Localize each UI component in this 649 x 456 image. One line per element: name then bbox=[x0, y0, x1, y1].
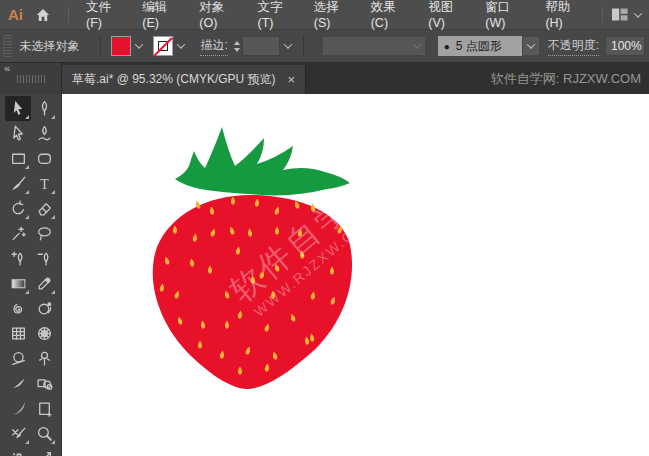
type-tool[interactable]: T bbox=[31, 171, 57, 196]
stroke-color-dropdown[interactable] bbox=[173, 36, 189, 56]
knife-tool-icon bbox=[10, 400, 27, 417]
eraser-tool[interactable] bbox=[31, 196, 57, 221]
rotate-tool-icon bbox=[10, 200, 27, 217]
tool-flyout-icon bbox=[51, 440, 55, 444]
opacity-panel-link[interactable]: 不透明度: bbox=[548, 37, 599, 56]
artboard-canvas[interactable]: 软件自学 WWW.RJZXW.COM bbox=[62, 94, 649, 456]
delete-anchor-point-tool[interactable] bbox=[31, 246, 57, 271]
zoom-tool-icon bbox=[36, 425, 53, 442]
brush-definition-chevron[interactable] bbox=[522, 36, 540, 56]
fill-color-swatch[interactable] bbox=[111, 36, 131, 56]
shaper-tool[interactable] bbox=[5, 346, 31, 371]
menu-item[interactable]: 编辑(E) bbox=[133, 0, 190, 30]
chevron-down-icon bbox=[283, 40, 291, 48]
width-tool[interactable] bbox=[5, 371, 31, 396]
rectangle-tool[interactable] bbox=[5, 146, 31, 171]
knife-tool[interactable] bbox=[5, 396, 31, 421]
free-transform-tool-icon bbox=[36, 450, 53, 456]
eyedropper-tool[interactable] bbox=[31, 271, 57, 296]
free-transform-tool[interactable] bbox=[31, 446, 57, 456]
collapse-panel-icon[interactable]: « bbox=[4, 62, 9, 74]
symbol-sprayer-tool[interactable] bbox=[5, 446, 31, 456]
close-tab-icon[interactable]: × bbox=[288, 73, 296, 86]
selection-tool[interactable] bbox=[5, 96, 31, 121]
menubar-separator bbox=[602, 7, 603, 23]
puppet-warp-tool[interactable] bbox=[31, 346, 57, 371]
lasso-tool-icon bbox=[36, 225, 53, 242]
variable-width-profile-dropdown[interactable] bbox=[322, 36, 426, 56]
symbol-sprayer-tool-icon bbox=[10, 450, 27, 456]
pen-tool-icon bbox=[36, 100, 53, 117]
add-anchor-point-tool-icon bbox=[10, 250, 27, 267]
home-icon[interactable] bbox=[33, 5, 52, 25]
shape-builder-tool[interactable] bbox=[31, 296, 57, 321]
menu-item[interactable]: 对象(O) bbox=[190, 0, 248, 30]
svg-text:T: T bbox=[40, 177, 49, 192]
stroke-weight-stepper[interactable] bbox=[234, 41, 240, 52]
zoom-tool[interactable] bbox=[31, 421, 57, 446]
direct-selection-tool[interactable] bbox=[5, 121, 31, 146]
menu-items: 文件(F)编辑(E)对象(O)文字(T)选择(S)效果(C)视图(V)窗口(W)… bbox=[77, 0, 594, 29]
divider bbox=[303, 35, 304, 57]
rectangle-tool-icon bbox=[10, 150, 27, 167]
document-tab-title: 草莓.ai* @ 95.32% (CMYK/GPU 预览) bbox=[72, 71, 276, 88]
rectangular-grid-tool-icon bbox=[10, 325, 27, 342]
tool-flyout-icon bbox=[25, 440, 29, 444]
magic-wand-tool-icon bbox=[10, 225, 27, 242]
menu-item[interactable]: 文件(F) bbox=[77, 0, 133, 30]
stepper-down-icon[interactable] bbox=[234, 48, 240, 52]
shape-builder-tool-icon bbox=[36, 300, 53, 317]
stroke-weight-dropdown[interactable] bbox=[280, 36, 295, 56]
tool-flyout-icon bbox=[51, 115, 55, 119]
paintbrush-tool[interactable] bbox=[5, 171, 31, 196]
menu-item[interactable]: 选择(S) bbox=[305, 0, 362, 30]
menu-item[interactable]: 窗口(W) bbox=[476, 0, 536, 30]
paintbrush-tool-icon bbox=[10, 175, 27, 192]
menu-item[interactable]: 效果(C) bbox=[362, 0, 420, 30]
rotate-tool[interactable] bbox=[5, 196, 31, 221]
tool-flyout-icon bbox=[25, 290, 29, 294]
chevron-down-icon bbox=[634, 9, 642, 17]
panel-grip-icon[interactable] bbox=[3, 35, 12, 57]
twirl-tool[interactable] bbox=[5, 296, 31, 321]
curvature-tool[interactable] bbox=[31, 121, 57, 146]
tool-flyout-icon bbox=[25, 215, 29, 219]
add-anchor-point-tool[interactable] bbox=[5, 246, 31, 271]
menu-item[interactable]: 视图(V) bbox=[419, 0, 476, 30]
control-bar: 未选择对象 描边: ● 5 点圆形 不透明度: 100% bbox=[0, 30, 649, 63]
menubar-separator bbox=[68, 7, 69, 23]
artboard-tool[interactable] bbox=[31, 396, 57, 421]
twirl-tool-icon bbox=[10, 300, 27, 317]
strawberry-artwork[interactable]: 软件自学 WWW.RJZXW.COM bbox=[145, 123, 365, 395]
magic-wand-tool[interactable] bbox=[5, 221, 31, 246]
polar-grid-tool[interactable] bbox=[31, 321, 57, 346]
rounded-rectangle-tool[interactable] bbox=[31, 146, 57, 171]
stroke-panel-link[interactable]: 描边: bbox=[200, 37, 227, 56]
chevron-down-icon bbox=[526, 40, 534, 48]
direct-selection-tool-icon bbox=[10, 125, 27, 142]
blend-tool[interactable] bbox=[31, 371, 57, 396]
lasso-tool[interactable] bbox=[31, 221, 57, 246]
fill-color-dropdown[interactable] bbox=[131, 36, 147, 56]
stroke-weight-input[interactable] bbox=[242, 36, 280, 56]
delete-anchor-point-tool-icon bbox=[36, 250, 53, 267]
no-selection-label: 未选择对象 bbox=[20, 38, 80, 55]
toolbar-grip-icon[interactable] bbox=[17, 75, 45, 83]
opacity-input[interactable]: 100% bbox=[605, 36, 645, 56]
brush-definition-dropdown[interactable]: ● 5 点圆形 bbox=[438, 36, 540, 56]
pen-tool[interactable] bbox=[31, 96, 57, 121]
puppet-warp-tool-icon bbox=[36, 350, 53, 367]
polar-grid-tool-icon bbox=[36, 325, 53, 342]
menu-item[interactable]: 文字(T) bbox=[248, 0, 304, 30]
rectangular-grid-tool[interactable] bbox=[5, 321, 31, 346]
gradient-tool[interactable] bbox=[5, 271, 31, 296]
illustrator-window: Ai 文件(F)编辑(E)对象(O)文字(T)选择(S)效果(C)视图(V)窗口… bbox=[0, 0, 649, 456]
tools-panel: T bbox=[0, 94, 62, 456]
stroke-color-swatch[interactable] bbox=[153, 36, 173, 56]
menu-item[interactable]: 帮助(H) bbox=[536, 0, 594, 30]
document-tab[interactable]: 草莓.ai* @ 95.32% (CMYK/GPU 预览) × bbox=[62, 65, 306, 94]
path-eraser-tool[interactable] bbox=[5, 421, 31, 446]
workspace-switcher-icon[interactable] bbox=[611, 7, 641, 22]
chevron-down-icon bbox=[177, 40, 185, 48]
stepper-up-icon[interactable] bbox=[234, 41, 240, 45]
